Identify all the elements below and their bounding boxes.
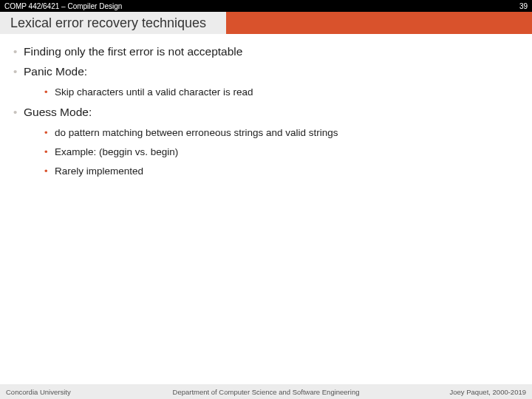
content-area: Finding only the first error is not acce… (0, 34, 532, 384)
slide: COMP 442/6421 – Compiler Design 39 Lexic… (0, 0, 532, 399)
list-item: Guess Mode: do pattern matching between … (13, 105, 519, 179)
title-bar: Lexical error recovery techniques (0, 12, 532, 34)
bullet-text: do pattern matching between erroneous st… (55, 127, 338, 138)
bullet-text: Guess Mode: (24, 106, 92, 118)
footer-right: Joey Paquet, 2000-2019 (449, 388, 526, 396)
bullet-text: Finding only the first error is not acce… (24, 45, 242, 58)
list-item: Example: (beggin vs. begin) (44, 146, 519, 159)
list-item: Panic Mode: Skip characters until a vali… (13, 64, 519, 99)
bullet-text: Rarely implemented (55, 166, 143, 177)
list-item: do pattern matching between erroneous st… (44, 126, 519, 140)
list-item: Rarely implemented (44, 165, 519, 178)
slide-title: Lexical error recovery techniques (0, 12, 226, 34)
sub-list: do pattern matching between erroneous st… (24, 126, 519, 179)
footer-left: Concordia University (6, 388, 71, 396)
bullet-text: Panic Mode: (24, 65, 87, 78)
sub-list: Skip characters until a valid character … (24, 86, 519, 99)
bullet-text: Example: (beggin vs. begin) (55, 146, 178, 157)
slide-number: 39 (519, 2, 528, 10)
list-item: Skip characters until a valid character … (44, 86, 519, 99)
top-bar: COMP 442/6421 – Compiler Design 39 (0, 0, 532, 12)
bullet-text: Skip characters until a valid character … (55, 86, 253, 98)
bullet-list: Finding only the first error is not acce… (13, 44, 519, 179)
footer-bar: Concordia University Department of Compu… (0, 384, 532, 399)
list-item: Finding only the first error is not acce… (13, 44, 519, 60)
course-label: COMP 442/6421 – Compiler Design (4, 2, 122, 10)
